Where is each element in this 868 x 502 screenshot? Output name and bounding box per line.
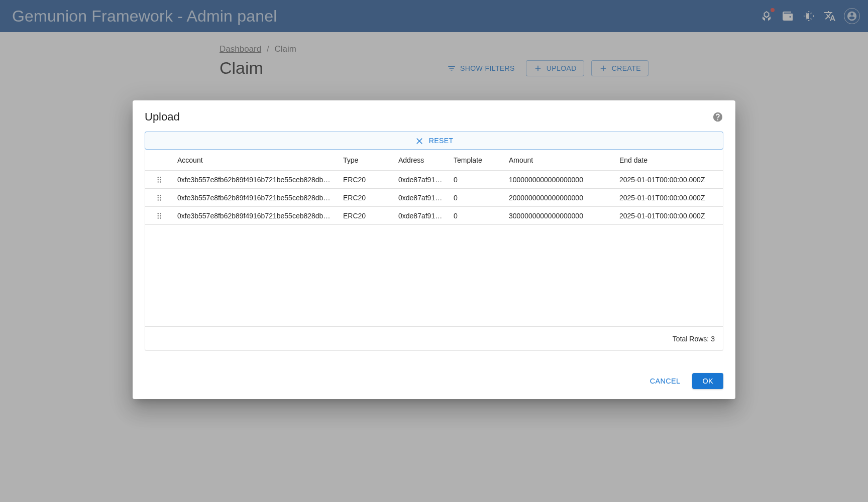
drag-handle-icon[interactable] xyxy=(145,175,173,184)
cell-amount: 1000000000000000000 xyxy=(505,176,615,184)
cell-template: 0 xyxy=(450,176,505,184)
col-address[interactable]: Address xyxy=(394,156,450,164)
cell-end-date: 2025-01-01T00:00:00.000Z xyxy=(615,212,723,220)
svg-point-14 xyxy=(158,215,159,216)
grid-footer: Total Rows: 3 xyxy=(145,326,723,350)
close-icon xyxy=(415,136,424,145)
svg-point-15 xyxy=(160,215,161,216)
drag-handle-icon[interactable] xyxy=(145,193,173,202)
cell-amount: 3000000000000000000 xyxy=(505,212,615,220)
cell-address: 0xde87af91… xyxy=(394,176,450,184)
grid-body[interactable]: 0xfe3b557e8fb62b89f4916b721be55ceb828db…… xyxy=(145,171,723,326)
help-icon[interactable] xyxy=(712,111,723,122)
cell-template: 0 xyxy=(450,194,505,202)
svg-point-2 xyxy=(158,179,159,180)
grid-row[interactable]: 0xfe3b557e8fb62b89f4916b721be55ceb828db…… xyxy=(145,171,723,189)
col-amount[interactable]: Amount xyxy=(505,156,615,164)
dialog-actions: Cancel Ok xyxy=(145,373,723,389)
svg-point-17 xyxy=(160,217,161,218)
svg-point-4 xyxy=(158,181,159,182)
svg-point-0 xyxy=(158,177,159,178)
cell-type: ERC20 xyxy=(339,194,394,202)
reset-label: Reset xyxy=(429,137,454,145)
grid-row[interactable]: 0xfe3b557e8fb62b89f4916b721be55ceb828db…… xyxy=(145,207,723,225)
svg-point-12 xyxy=(158,213,159,214)
grid-row[interactable]: 0xfe3b557e8fb62b89f4916b721be55ceb828db…… xyxy=(145,189,723,207)
svg-point-7 xyxy=(160,195,161,196)
cell-account: 0xfe3b557e8fb62b89f4916b721be55ceb828db… xyxy=(173,212,339,220)
cell-end-date: 2025-01-01T00:00:00.000Z xyxy=(615,194,723,202)
svg-point-11 xyxy=(160,199,161,200)
svg-point-16 xyxy=(158,217,159,218)
cell-address: 0xde87af91… xyxy=(394,194,450,202)
total-rows-count: 3 xyxy=(711,335,715,343)
svg-point-3 xyxy=(160,179,161,180)
svg-point-10 xyxy=(158,199,159,200)
cell-account: 0xfe3b557e8fb62b89f4916b721be55ceb828db… xyxy=(173,194,339,202)
ok-button[interactable]: Ok xyxy=(692,373,723,389)
svg-point-5 xyxy=(160,181,161,182)
upload-grid: Account Type Address Template Amount End… xyxy=(145,150,723,351)
cell-end-date: 2025-01-01T00:00:00.000Z xyxy=(615,176,723,184)
drag-handle-icon[interactable] xyxy=(145,211,173,220)
cell-type: ERC20 xyxy=(339,176,394,184)
cell-type: ERC20 xyxy=(339,212,394,220)
svg-point-6 xyxy=(158,195,159,196)
svg-point-8 xyxy=(158,197,159,198)
svg-point-9 xyxy=(160,197,161,198)
reset-button[interactable]: Reset xyxy=(145,132,723,150)
col-template[interactable]: Template xyxy=(450,156,505,164)
svg-point-1 xyxy=(160,177,161,178)
cell-amount: 2000000000000000000 xyxy=(505,194,615,202)
dialog-title: Upload xyxy=(145,110,180,123)
upload-dialog: Upload Reset Account Type Address Templa… xyxy=(133,100,735,399)
col-account[interactable]: Account xyxy=(173,156,339,164)
cell-address: 0xde87af91… xyxy=(394,212,450,220)
total-rows-label: Total Rows: xyxy=(673,335,709,343)
grid-header: Account Type Address Template Amount End… xyxy=(145,150,723,171)
modal-overlay[interactable]: Upload Reset Account Type Address Templa… xyxy=(0,0,868,502)
svg-point-13 xyxy=(160,213,161,214)
cell-account: 0xfe3b557e8fb62b89f4916b721be55ceb828db… xyxy=(173,176,339,184)
col-end-date[interactable]: End date xyxy=(615,156,726,164)
cell-template: 0 xyxy=(450,212,505,220)
cancel-button[interactable]: Cancel xyxy=(644,373,687,389)
col-type[interactable]: Type xyxy=(339,156,394,164)
